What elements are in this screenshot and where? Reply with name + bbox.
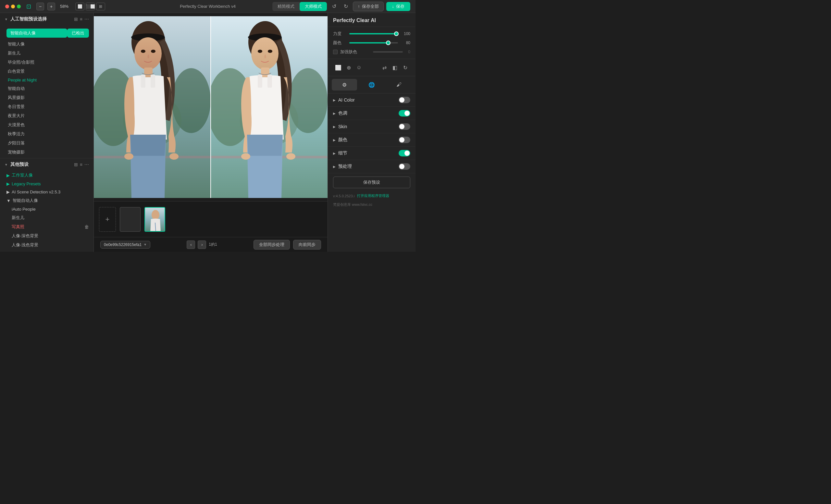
prev-button[interactable]: ‹ (187, 240, 195, 249)
add-image-button[interactable]: + (99, 207, 116, 232)
other-list-icon[interactable]: ≡ (80, 162, 82, 167)
adjust-icon[interactable]: ◧ (390, 62, 400, 73)
view-split-button[interactable]: ⬛⬜ (86, 3, 95, 10)
enhance-skin-track[interactable] (373, 51, 403, 53)
other-item-legacy[interactable]: ▶ Legacy Presets (0, 180, 93, 188)
exposure-icon[interactable]: ⬜ (333, 62, 343, 73)
other-item-studio[interactable]: ▶ 工作室人像 (0, 171, 93, 180)
enhance-skin-checkbox[interactable] (333, 50, 338, 54)
toggle-skin[interactable]: ▶ Skin (328, 120, 416, 134)
ai-section-header[interactable]: ▼ 人工智能预设选择 ⊞ ≡ ⋯ (0, 13, 93, 25)
preset-item-fengjing[interactable]: 风景摄影 (0, 93, 93, 102)
app-icon: ⊡ (24, 2, 33, 11)
color-track[interactable] (349, 42, 398, 43)
delete-icon[interactable]: 🗑 (84, 224, 89, 230)
strength-track[interactable] (349, 33, 398, 34)
other-more-icon[interactable]: ⋯ (84, 162, 89, 167)
minimize-button[interactable] (11, 4, 15, 8)
preprocess-switch[interactable] (399, 163, 410, 170)
skin-chevron-icon: ▶ (333, 125, 336, 128)
more-icon[interactable]: ⋯ (84, 17, 89, 22)
undo-button[interactable]: ↺ (329, 2, 339, 11)
preset-item-yejingdapian[interactable]: 夜景大片 (0, 111, 93, 120)
sub-item-white-bg[interactable]: 人像-白色背景 (0, 249, 93, 252)
save-preset-button[interactable]: 保存预设 (333, 177, 410, 188)
preset-item-damojiuse[interactable]: 大漠景色 (0, 120, 93, 129)
strength-thumb[interactable] (394, 31, 399, 36)
maximize-button[interactable] (17, 4, 21, 8)
preset-item-baibei[interactable]: 白色背景 (0, 67, 93, 76)
face-icon[interactable]: ☺ (354, 62, 364, 73)
color-thumb[interactable] (386, 40, 391, 45)
next-button[interactable]: › (198, 240, 206, 249)
preprocess-knob (399, 164, 404, 169)
sub-item-xiezhao[interactable]: 写真照 🗑 (0, 222, 93, 231)
toggle-preprocess[interactable]: ▶ 预处理 (328, 160, 416, 173)
filmstrip: + (94, 201, 327, 237)
toggle-detail[interactable]: ▶ 细节 (328, 147, 416, 160)
redo-button[interactable]: ↻ (341, 2, 350, 11)
save-button[interactable]: ↓ 保存 (386, 2, 411, 11)
other-section-header[interactable]: ▼ 其他预设 ⊞ ≡ ⋯ (0, 158, 93, 171)
active-preset-row: 智能自动人像 已检出 (0, 27, 93, 39)
rotate-icon[interactable]: ↻ (400, 62, 410, 73)
view-grid-button[interactable]: ⊞ (96, 3, 105, 10)
preset-item-qiujihuo[interactable]: 秋季活力 (0, 129, 93, 139)
save-all-button[interactable]: ↑ 保存全部 (353, 2, 384, 11)
other-item-ai-scene[interactable]: ▶ AI Scene Detection v2.5.3 (0, 188, 93, 196)
svg-point-14 (169, 153, 178, 160)
detected-button[interactable]: 已检出 (67, 29, 89, 38)
preset-item-xiyangriluo[interactable]: 夕阳日落 (0, 139, 93, 148)
ai-scene-chevron-icon: ▶ (6, 189, 10, 195)
color-switch[interactable] (399, 137, 410, 143)
left-sidebar: ▼ 人工智能预设选择 ⊞ ≡ ⋯ 智能自动人像 已检出 智能人像 新生儿 毕业照… (0, 13, 94, 252)
smart-auto-group-header[interactable]: ▼ 智能自动人像 (0, 196, 93, 205)
sync-all-button[interactable]: 全部同步处理 (254, 240, 290, 249)
toggle-color[interactable]: ▶ 颜色 (328, 134, 416, 147)
preset-item-zhirenxiang[interactable]: 智能人像 (0, 39, 93, 49)
strength-slider-row: 力度 100 (333, 31, 410, 37)
image-area[interactable]: ▼ (94, 13, 327, 201)
file-selector[interactable]: 0e0e99c5226915efa1 ▼ (100, 241, 150, 248)
list-icon[interactable]: ≡ (80, 17, 82, 22)
zoom-in-button[interactable]: + (48, 3, 55, 10)
svg-point-13 (124, 153, 134, 160)
preset-item-dongrij[interactable]: 冬日雪景 (0, 102, 93, 111)
toggle-tone[interactable]: ▶ 色调 (328, 107, 416, 120)
preset-item-xinshenger[interactable]: 新生儿 (0, 49, 93, 58)
tab-brush[interactable]: 🖌 (386, 79, 411, 91)
svg-point-9 (151, 50, 155, 53)
preset-item-zhizidong[interactable]: 智能自动 (0, 84, 93, 93)
split-divider[interactable] (210, 16, 211, 198)
master-mode-button[interactable]: 大师模式 (299, 2, 327, 11)
thumbnail-placeholder[interactable] (120, 207, 141, 232)
simple-mode-button[interactable]: 精简模式 (273, 2, 299, 11)
detail-switch[interactable] (399, 150, 410, 156)
ai-color-switch[interactable] (399, 97, 410, 103)
close-button[interactable] (5, 4, 9, 8)
sub-item-light-bg[interactable]: 人像-浅色背景 (0, 240, 93, 249)
skin-switch[interactable] (399, 123, 410, 130)
preset-item-chongwushe[interactable]: 宠物摄影 (0, 148, 93, 157)
sub-item-dark-bg[interactable]: 人像-深色背景 (0, 231, 93, 240)
app-manager-link[interactable]: 打开应用程序管理器 (357, 194, 389, 198)
thumbnail-active[interactable] (144, 207, 165, 232)
color-fill (349, 42, 388, 43)
active-preset-label: 智能自动人像 (6, 29, 67, 38)
tab-sliders[interactable]: ⚙ (332, 79, 357, 91)
other-grid-icon[interactable]: ⊞ (74, 162, 78, 167)
sub-item-iautoppl[interactable]: iAuto People (0, 205, 93, 213)
tab-globe[interactable]: 🌐 (359, 79, 384, 91)
flip-icon[interactable]: ⇄ (379, 62, 390, 73)
preset-item-biyezhao[interactable]: 毕业照/合影照 (0, 58, 93, 67)
crop-icon[interactable]: ⊕ (343, 62, 354, 73)
zoom-out-button[interactable]: − (36, 3, 44, 10)
grid-icon[interactable]: ⊞ (74, 17, 78, 22)
split-view: ▼ (94, 16, 327, 198)
sub-item-xinshenger[interactable]: 新生儿 (0, 213, 93, 222)
view-single-button[interactable]: ⬜ (75, 3, 84, 10)
sync-forward-button[interactable]: 向前同步 (293, 240, 321, 249)
preset-item-people-at-night[interactable]: People at Night (0, 76, 93, 84)
tone-switch[interactable] (399, 110, 410, 117)
toggle-ai-color[interactable]: ▶ AI Color (328, 93, 416, 107)
